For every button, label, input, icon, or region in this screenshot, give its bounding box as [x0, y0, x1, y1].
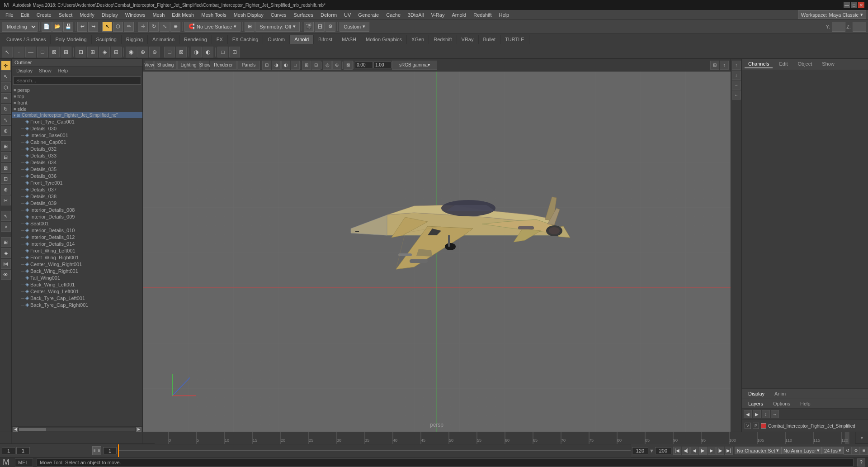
y-axis-button[interactable]	[832, 22, 845, 32]
next-key-btn[interactable]: |▶	[716, 447, 724, 455]
menu-generate[interactable]: Generate	[354, 11, 382, 19]
select-mode-btn[interactable]: ↖	[2, 47, 13, 57]
tree-item-main-group[interactable]: ▾ ⊞ Combat_Interceptor_Fighter_Jet_Simpl…	[12, 112, 142, 118]
scale-tool[interactable]: ⤡	[1, 115, 11, 125]
outliner-search-input[interactable]	[13, 76, 141, 85]
tree-item-details033[interactable]: — ◈ Details_033	[12, 152, 142, 159]
render-settings-button[interactable]: ⚙	[326, 22, 335, 32]
edge-mode-btn[interactable]: —	[25, 47, 36, 57]
tab-object[interactable]: Object	[794, 60, 816, 68]
open-file-button[interactable]: 📂	[52, 22, 62, 32]
menu-cache[interactable]: Cache	[382, 11, 404, 19]
tree-item-back-wing-right[interactable]: — ◈ Back_Wing_Right001	[12, 267, 142, 274]
soft-select-btn[interactable]: ◉	[126, 47, 137, 57]
help-line-btn[interactable]: ?	[857, 458, 865, 467]
menu-redshift[interactable]: Redshift	[470, 11, 495, 19]
tree-item-front-wing-right[interactable]: — ◈ Front_Wing_Right001	[12, 254, 142, 261]
workspace-mode-dropdown[interactable]: Modeling	[2, 22, 38, 32]
show-tool[interactable]: 👁	[1, 270, 11, 280]
new-file-button[interactable]: 📄	[42, 22, 52, 32]
outliner-menu-show[interactable]: Show	[36, 67, 54, 74]
tree-item-details037[interactable]: — ◈ Details_037	[12, 186, 142, 193]
tree-item-back-tyre-cap-left[interactable]: — ◈ Back_Tyre_Cap_Left001	[12, 295, 142, 301]
render-seq-button[interactable]: 🎞	[315, 22, 325, 32]
vertex-mode-btn[interactable]: ·	[14, 47, 24, 57]
lasso-tool-button[interactable]: ⬡	[113, 22, 123, 32]
layer-tab-anim[interactable]: Anim	[771, 390, 789, 397]
tree-item-side[interactable]: ■ side	[12, 106, 142, 112]
viewport-renderer-menu[interactable]: Renderer	[210, 61, 237, 70]
anim-end-input[interactable]	[655, 447, 671, 454]
tab-mash[interactable]: MASH	[337, 35, 361, 44]
bridge-tool[interactable]: ⊠	[1, 163, 11, 173]
tab-bifrost[interactable]: Bifrost	[314, 35, 337, 44]
go-start-btn[interactable]: |◀	[673, 447, 681, 455]
tree-item-details030[interactable]: — ◈ Details_030	[12, 125, 142, 132]
scale-tool-button[interactable]: ⤡	[160, 22, 170, 32]
snap-grid-btn[interactable]: ⊡	[75, 47, 86, 57]
viewport-panels-menu[interactable]: Panels	[237, 61, 260, 70]
pb-settings-btn[interactable]: ≡	[860, 447, 868, 455]
tab-curves-surfaces[interactable]: Curves / Surfaces	[2, 35, 51, 44]
tab-bullet[interactable]: Bullet	[479, 35, 501, 44]
menu-modify[interactable]: Modify	[76, 11, 98, 19]
key-settings-btn[interactable]: ⚙	[852, 447, 860, 455]
select-tool[interactable]: ↖	[1, 71, 11, 81]
append-tool[interactable]: ⊡	[1, 174, 11, 184]
tab-edit[interactable]: Edit	[775, 60, 791, 68]
viewport-show-menu[interactable]: Show	[200, 61, 209, 70]
layer-options-help[interactable]: Help	[797, 400, 814, 407]
film-gate-btn[interactable]: ⊟	[311, 61, 321, 70]
extrude-tool[interactable]: ⊞	[1, 141, 11, 151]
tree-item-front-wing-left[interactable]: — ◈ Front_Wing_Left001	[12, 247, 142, 254]
camera-btn[interactable]: □	[164, 47, 175, 57]
right-icon-4[interactable]: ←	[732, 91, 741, 100]
menu-edit[interactable]: Edit	[17, 11, 33, 19]
menu-uv[interactable]: UV	[340, 11, 354, 19]
tab-rigging[interactable]: Rigging	[122, 35, 148, 44]
outliner-menu-help[interactable]: Help	[55, 67, 71, 74]
timeline-ruler[interactable]: 0 5 10 15 20 25 30 35 40 45 50 55 60	[155, 432, 855, 444]
tree-item-interior-details009[interactable]: — ◈ Interior_Details_009	[12, 213, 142, 220]
range-end-input[interactable]	[632, 447, 648, 454]
menu-meshdisplay[interactable]: Mesh Display	[230, 11, 267, 19]
scroll-thumb[interactable]	[19, 428, 46, 431]
tree-item-details036[interactable]: — ◈ Details_036	[12, 172, 142, 179]
viewport-view-menu[interactable]: View	[145, 61, 154, 70]
menu-display[interactable]: Display	[98, 11, 122, 19]
next-frame-btn[interactable]: ▶	[708, 447, 716, 455]
resolution-gate-btn[interactable]: ⊞	[302, 61, 311, 70]
tree-item-center-wing-right[interactable]: — ◈ Center_Wing_Right001	[12, 261, 142, 267]
vp-sync-btn[interactable]: ↕	[720, 61, 729, 70]
playhead[interactable]	[118, 444, 119, 457]
tree-item-seat001[interactable]: — ◈ Seat001	[12, 220, 142, 227]
face-mode-btn[interactable]: □	[37, 47, 48, 57]
tab-rendering[interactable]: Rendering	[179, 35, 212, 44]
tree-item-front-tyre-cap[interactable]: — ◈ Front_Tyre_Cap001	[12, 118, 142, 125]
flat-shade-btn[interactable]: ◐	[281, 61, 290, 70]
tree-item-details038[interactable]: — ◈ Details_038	[12, 193, 142, 200]
snap-point-btn[interactable]: ◈	[99, 47, 110, 57]
transform-tool-button[interactable]: ⊕	[170, 22, 180, 32]
grid-snap-button[interactable]: ⊞	[245, 22, 255, 32]
render-button[interactable]: 🎬	[304, 22, 314, 32]
grid-tool[interactable]: ⊞	[1, 237, 11, 247]
no-character-set-dropdown[interactable]: No Character Set ▾	[735, 447, 781, 454]
go-end-btn[interactable]: ▶|	[725, 447, 733, 455]
layer-tab-display[interactable]: Display	[745, 390, 768, 397]
play-btn[interactable]: ▶	[699, 447, 707, 455]
z-axis-button[interactable]	[853, 22, 866, 32]
layer-visibility-toggle[interactable]: V	[745, 423, 751, 429]
layer-color-swatch[interactable]	[761, 423, 766, 429]
menu-select[interactable]: Select	[55, 11, 76, 19]
proportional-btn[interactable]: ⊕	[137, 47, 148, 57]
tree-item-details034[interactable]: — ◈ Details_034	[12, 159, 142, 166]
tab-vray[interactable]: VRay	[457, 35, 479, 44]
redo-button[interactable]: ↪	[88, 22, 98, 32]
exposure-input[interactable]	[355, 62, 373, 68]
wireframe-btn[interactable]: ⊡	[229, 47, 240, 57]
menu-file[interactable]: File	[2, 11, 17, 19]
xray-joints-btn[interactable]: ⊕	[332, 61, 341, 70]
mel-indicator[interactable]: MEL	[15, 458, 33, 467]
cut-tool[interactable]: ✂	[1, 195, 11, 205]
